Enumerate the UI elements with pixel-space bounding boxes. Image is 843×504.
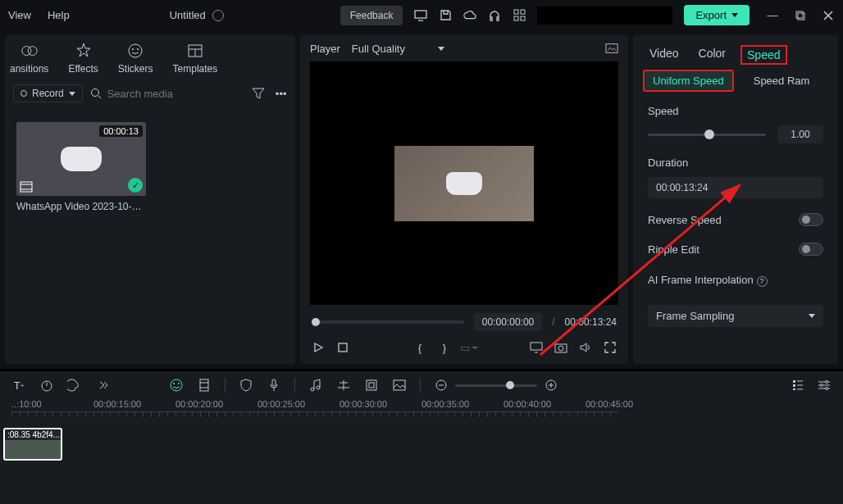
save-icon[interactable] xyxy=(439,9,452,22)
subtab-speed-ramp[interactable]: Speed Ram xyxy=(745,71,818,90)
text-tool-icon[interactable]: T+ xyxy=(11,378,26,393)
duration-label: Duration xyxy=(648,157,823,169)
tab-effects[interactable]: Effects xyxy=(68,42,98,75)
headphones-icon[interactable] xyxy=(488,9,501,22)
prop-tab-video[interactable]: Video xyxy=(649,47,679,63)
search-input[interactable] xyxy=(107,88,245,100)
effects-icon xyxy=(75,42,93,60)
filter-icon[interactable] xyxy=(252,87,265,100)
ruler-mark: 00:00:20:00 xyxy=(175,399,216,409)
info-icon[interactable]: ? xyxy=(757,276,768,287)
more-tools-icon[interactable] xyxy=(95,378,110,393)
search-icon xyxy=(89,87,103,100)
more-icon[interactable]: ••• xyxy=(275,87,288,100)
time-current: 00:00:00:00 xyxy=(474,313,542,331)
prop-tab-color[interactable]: Color xyxy=(699,47,726,63)
timer-icon[interactable] xyxy=(39,378,54,393)
film-icon[interactable] xyxy=(197,378,212,393)
refresh-icon[interactable] xyxy=(212,10,224,21)
display-icon[interactable] xyxy=(530,341,543,354)
svg-rect-6 xyxy=(796,11,803,18)
tab-templates[interactable]: Templates xyxy=(173,42,218,75)
svg-rect-0 xyxy=(415,11,426,18)
interpolation-select[interactable]: Frame Sampling xyxy=(648,305,823,327)
maximize-icon[interactable] xyxy=(794,9,807,22)
divider xyxy=(225,378,226,393)
svg-rect-24 xyxy=(531,343,542,350)
timeline-clip[interactable]: :08.35 4b2f4... xyxy=(3,428,62,461)
feedback-button[interactable]: Feedback xyxy=(340,6,403,25)
picture-icon[interactable] xyxy=(392,378,407,393)
frame-icon[interactable] xyxy=(364,378,379,393)
reverse-speed-label: Reverse Speed xyxy=(648,214,722,226)
menu-help[interactable]: Help xyxy=(48,9,70,21)
stop-icon[interactable] xyxy=(336,341,349,354)
stickers-icon xyxy=(126,42,144,60)
seek-slider[interactable] xyxy=(312,320,464,324)
music-icon[interactable] xyxy=(308,378,323,393)
ruler-mark: 00:00:35:00 xyxy=(422,399,463,409)
ripple-edit-toggle[interactable] xyxy=(799,243,823,256)
ruler-mark: 00:00:40:00 xyxy=(504,399,545,409)
subtab-uniform-speed[interactable]: Uniform Speed xyxy=(643,70,734,92)
svg-rect-36 xyxy=(272,379,276,386)
fullscreen-icon[interactable] xyxy=(604,341,617,354)
svg-rect-50 xyxy=(793,388,795,390)
duration-input[interactable]: 00:00:13:24 xyxy=(648,177,823,198)
svg-line-17 xyxy=(98,96,101,98)
speed-value[interactable]: 1.00 xyxy=(777,125,823,143)
grid-icon[interactable] xyxy=(513,9,526,22)
track-view-icon[interactable] xyxy=(791,378,805,393)
palette-icon[interactable] xyxy=(67,378,82,393)
zoom-in-icon[interactable] xyxy=(544,378,558,393)
reverse-speed-toggle[interactable] xyxy=(799,213,823,226)
record-button[interactable]: Record xyxy=(13,84,83,102)
prop-tab-speed[interactable]: Speed xyxy=(740,45,786,65)
shield-icon[interactable] xyxy=(239,378,253,393)
svg-rect-23 xyxy=(339,343,347,352)
mic-icon[interactable] xyxy=(267,378,281,393)
svg-point-11 xyxy=(132,48,134,50)
mark-in-icon[interactable]: { xyxy=(413,341,426,354)
minimize-icon[interactable]: — xyxy=(766,9,779,22)
speed-label: Speed xyxy=(648,105,823,117)
cloud-icon[interactable] xyxy=(463,9,476,22)
ai-face-icon[interactable] xyxy=(169,378,184,393)
tab-stickers[interactable]: Stickers xyxy=(118,42,153,75)
timeline-ruler[interactable]: ..:10:00 00:00:15:00 00:00:20:00 00:00:2… xyxy=(0,399,843,409)
svg-rect-5 xyxy=(521,16,525,20)
transitions-icon xyxy=(21,42,39,60)
volume-icon[interactable] xyxy=(579,341,592,354)
align-icon[interactable] xyxy=(336,378,351,393)
svg-rect-3 xyxy=(521,10,525,14)
svg-point-57 xyxy=(826,381,828,384)
snapshot-icon[interactable] xyxy=(605,42,618,55)
camera-icon[interactable] xyxy=(554,341,567,354)
menu-view[interactable]: View xyxy=(8,9,31,21)
ruler-mark: 00:00:30:00 xyxy=(339,399,380,409)
timeline-ticks xyxy=(11,411,618,421)
divider xyxy=(294,378,295,393)
speed-slider[interactable] xyxy=(648,134,766,136)
export-button[interactable]: Export xyxy=(684,5,750,25)
media-clip[interactable]: 00:00:13 ✓ WhatsApp Video 2023-10-05... xyxy=(16,122,146,212)
crop-icon[interactable]: ▭ xyxy=(463,341,476,354)
zoom-out-icon[interactable] xyxy=(434,378,449,393)
mark-out-icon[interactable]: } xyxy=(438,341,451,354)
play-icon[interactable] xyxy=(312,341,325,354)
blackout-region xyxy=(537,7,672,25)
settings-icon[interactable] xyxy=(817,378,832,393)
tab-transitions[interactable]: ansitions xyxy=(10,42,48,75)
zoom-slider[interactable] xyxy=(455,384,537,387)
player-viewport[interactable] xyxy=(310,61,618,305)
quality-select[interactable]: Full Quality xyxy=(352,43,444,55)
check-icon: ✓ xyxy=(128,178,143,193)
clip-duration: 00:00:13 xyxy=(99,125,143,137)
device-icon[interactable] xyxy=(414,9,427,22)
svg-point-10 xyxy=(129,44,142,57)
svg-point-9 xyxy=(28,47,37,56)
interpolation-label: AI Frame Interpolation? xyxy=(648,274,823,287)
close-icon[interactable] xyxy=(822,9,835,22)
timeline-clip-label: :08.35 4b2f4... xyxy=(5,429,61,440)
svg-rect-21 xyxy=(606,44,617,53)
